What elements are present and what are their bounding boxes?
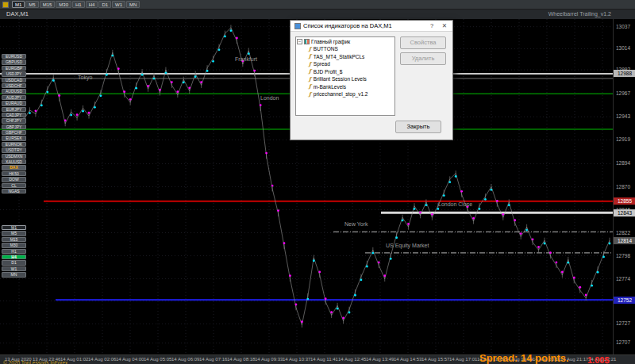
symbol-button-eurgbp[interactable]: EURGBP	[2, 66, 26, 71]
symbol-button-usdchf[interactable]: USDCHF	[2, 83, 26, 88]
sidebar-timeframe-mn[interactable]: MN	[2, 272, 26, 277]
time-axis-label: 14 Aug 11:41	[310, 357, 338, 362]
collapse-icon[interactable]: −	[297, 39, 302, 44]
symbol-button-euraud[interactable]: EURAUD	[2, 101, 26, 105]
toolbar-timeframe-m5[interactable]: M5	[25, 1, 38, 8]
price-axis-label: 12894	[616, 160, 630, 166]
tree-root-main-chart[interactable]: − Главный график	[297, 39, 394, 44]
session-label-tokyo: Tokyo	[78, 75, 92, 81]
symbol-button-gbpusd[interactable]: GBPUSD	[2, 59, 26, 64]
price-axis-label: 12798	[616, 253, 630, 259]
function-icon: ƒ	[309, 46, 311, 52]
symbol-button-usdcad[interactable]: USDCAD	[2, 78, 26, 82]
tree-item-label: pricechannel_stop_v1.2	[314, 91, 368, 97]
symbol-button-dow[interactable]: DOW	[2, 177, 26, 182]
time-axis-label: 14 Aug 10:37	[283, 357, 310, 362]
tree-item-buttons[interactable]: ƒBUTTONS	[309, 46, 394, 52]
symbol-button-usdjpy[interactable]: USDJPY	[2, 71, 26, 76]
tree-item-tas-mt4-statikpcls[interactable]: ƒTAS_MT4_StatikPCLs	[309, 53, 394, 59]
symbol-button-ngas[interactable]: NGAS	[2, 189, 26, 193]
sidebar-timeframe-d1[interactable]: D1	[2, 260, 26, 265]
chart-tab[interactable]: DAX,M1	[6, 10, 29, 19]
toolbar-timeframe-h4[interactable]: H4	[86, 1, 98, 8]
close-icon[interactable]: ✕	[438, 21, 451, 30]
price-tag: 12814	[614, 237, 635, 244]
symbol-button-usdtry[interactable]: USDTRY	[2, 148, 26, 152]
time-axis-label: 14 Aug 17:01	[449, 357, 477, 362]
sidebar-timeframe-h4[interactable]: H4	[2, 255, 26, 259]
session-label-london: London	[260, 95, 279, 101]
spread-counter: Spread: 14 points.	[479, 352, 569, 364]
price-axis[interactable]: 1303713014129921296712943129191289412870…	[613, 19, 635, 354]
chart-title-row: DAX,M1 Wheelbarrel Trailing_v1.2	[0, 10, 635, 19]
symbol-button-chfjpy[interactable]: CHFJPY	[2, 118, 26, 123]
toolbar-timeframe-d1[interactable]: D1	[98, 1, 111, 8]
tree-item-brilliant-session-levels[interactable]: ƒBrilliant Session Levels	[309, 76, 394, 82]
function-icon: ƒ	[309, 68, 311, 75]
symbol-button-eurjpy[interactable]: EURJPY	[2, 107, 26, 112]
toolbar-timeframe-h1[interactable]: H1	[72, 1, 85, 8]
properties-button[interactable]: Свойства	[400, 36, 446, 49]
symbol-button-gbpchf[interactable]: GBPCHF	[2, 130, 26, 135]
symbol-button-usdmxn[interactable]: USDMXN	[2, 154, 26, 159]
symbol-button-eurusd[interactable]: EURUSD	[2, 54, 26, 59]
close-button[interactable]: Закрыть	[395, 121, 441, 133]
help-icon[interactable]: ?	[425, 21, 438, 30]
session-label-new-york: New York	[344, 221, 368, 227]
sidebar-timeframe-m15[interactable]: M15	[2, 237, 26, 242]
symbol-button-cl[interactable]: CL	[2, 183, 26, 188]
price-tag: 12855	[614, 197, 635, 205]
price-axis-label: 12919	[616, 136, 630, 142]
tree-item-label: BUTTONS	[314, 46, 338, 52]
sidebar-timeframe-w1[interactable]: W1	[2, 266, 26, 271]
tree-item-spread[interactable]: ƒSpread	[309, 61, 394, 67]
time-axis-label: 14 Aug 05:05	[144, 357, 171, 362]
indicator-tree[interactable]: − Главный график ƒBUTTONSƒTAS_MT4_Statik…	[295, 36, 395, 116]
session-label-frankfurt: Frankfurt	[235, 56, 257, 62]
symbol-button-eurnok[interactable]: EURNOK	[2, 142, 26, 147]
timeframe-button-stack: M1M5M15M30H1H4D1W1MN	[2, 225, 26, 278]
symbol-button-xauusd[interactable]: XAUUSD	[2, 159, 26, 164]
price-tag: 12843	[614, 209, 635, 216]
top-toolbar-timeframes: M1M5M15M30H1H4D1W1MN	[12, 1, 140, 8]
toolbar-timeframe-w1[interactable]: W1	[112, 1, 125, 8]
symbol-button-eursek[interactable]: EURSEK	[2, 136, 26, 140]
account-value: 1.00$	[587, 355, 610, 364]
price-axis-label: 12870	[616, 184, 630, 190]
tree-item-label: BJD Profit_$	[314, 69, 343, 75]
time-axis-label: 14 Aug 07:16	[199, 357, 227, 362]
symbol-button-audusd[interactable]: AUDUSD	[2, 89, 26, 94]
tree-item-bjd-profit[interactable]: ƒBJD Profit_$	[309, 68, 394, 75]
dialog-titlebar[interactable]: Список индикаторов на DAX,M1 ? ✕	[291, 21, 452, 32]
price-axis-label: 12822	[616, 230, 630, 236]
symbol-button-audjpy[interactable]: AUDJPY	[2, 95, 26, 100]
tree-root-label: Главный график	[311, 39, 350, 44]
tree-item-pricechannel-stop-v1-2[interactable]: ƒpricechannel_stop_v1.2	[309, 91, 394, 98]
price-axis-label: 12774	[616, 276, 630, 282]
sidebar-timeframe-m1[interactable]: M1	[2, 225, 26, 230]
function-icon: ƒ	[309, 83, 311, 90]
time-axis-label: 14 Aug 12:45	[338, 357, 366, 362]
time-axis-label: 14 Aug 04:00	[116, 357, 144, 362]
toolbar-timeframe-m15[interactable]: M15	[40, 1, 56, 8]
price-axis-label: 13014	[616, 45, 630, 51]
price-tag: 12752	[614, 297, 635, 304]
symbol-button-gbpjpy[interactable]: GBPJPY	[2, 125, 26, 129]
sidebar-timeframe-h1[interactable]: H1	[2, 249, 26, 254]
price-tag: 12988	[614, 70, 635, 77]
main-chart-icon	[304, 39, 310, 44]
symbol-button-hk50[interactable]: HK50	[2, 171, 26, 176]
toolbar-timeframe-m1[interactable]: M1	[12, 1, 25, 8]
symbol-button-dax[interactable]: DAX	[2, 165, 26, 170]
sidebar-timeframe-m30[interactable]: M30	[2, 243, 26, 247]
delete-button[interactable]: Удалить	[400, 52, 446, 65]
symbol-button-cadjpy[interactable]: CADJPY	[2, 113, 26, 117]
toolbar-timeframe-m30[interactable]: M30	[56, 1, 71, 8]
dialog-body: − Главный график ƒBUTTONSƒTAS_MT4_Statik…	[291, 32, 452, 140]
toolbar-timeframe-mn[interactable]: MN	[126, 1, 140, 8]
sidebar-timeframe-m5[interactable]: M5	[2, 231, 26, 236]
time-axis-label: 14 Aug 13:49	[366, 357, 394, 362]
dialog-chart-icon	[294, 23, 301, 29]
function-icon: ƒ	[309, 76, 311, 82]
tree-item-m-banklevels[interactable]: ƒm-BankLevels	[309, 83, 394, 90]
